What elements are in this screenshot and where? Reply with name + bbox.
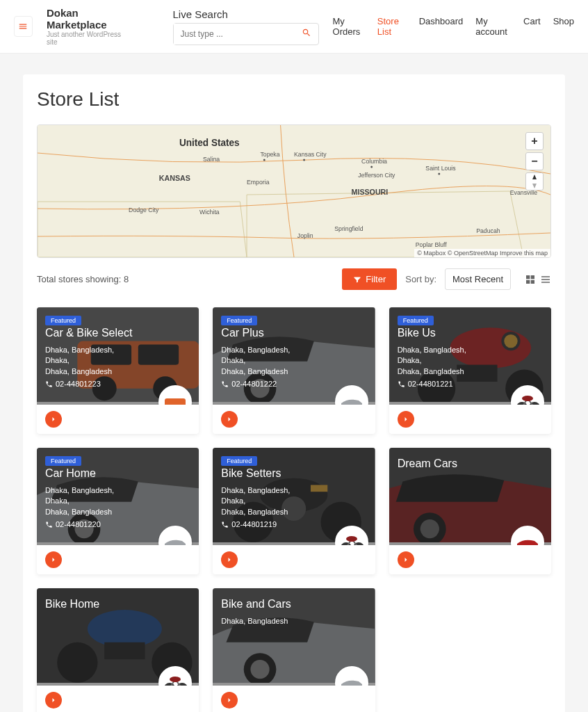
search-area: Live Search [173,8,319,45]
store-card-footer [213,545,375,574]
store-name: Car & Bike Select [45,327,190,339]
svg-text:Joplin: Joplin [297,232,313,239]
featured-badge: Featured [45,456,81,466]
store-card-footer [389,545,551,574]
store-card-footer [213,405,375,434]
grid-view-icon[interactable] [525,274,536,285]
featured-badge: Featured [221,316,257,325]
main-container: Store List United States KANSAS MISSOURI… [23,74,565,712]
svg-text:Emporia: Emporia [247,179,270,186]
filter-label: Filter [366,274,386,284]
menu-toggle-button[interactable] [14,16,33,37]
page-title: Store List [37,88,551,111]
store-banner[interactable]: Bike and Cars Dhaka, Bangladesh [213,588,375,686]
store-banner[interactable]: Dream Cars [389,448,551,545]
svg-text:Paducah: Paducah [476,227,500,234]
map-zoom-in-button[interactable]: + [525,132,544,150]
store-banner[interactable]: Featured Car Home Dhaka, Bangladesh,Dhak… [37,448,199,545]
store-banner[interactable]: Featured Bike Us Dhaka, Bangladesh,Dhaka… [389,307,551,405]
map[interactable]: United States KANSAS MISSOURI Topeka Kan… [38,125,550,257]
svg-point-71 [170,677,181,682]
store-card: Featured Bike Us Dhaka, Bangladesh,Dhaka… [389,307,551,434]
store-visit-button[interactable] [398,551,414,568]
svg-text:Springfield: Springfield [334,225,363,232]
nav-link-store-list[interactable]: Store List [377,16,407,37]
sort-value: Most Recent [452,274,503,284]
store-visit-button[interactable] [221,411,238,428]
svg-text:Salina: Salina [203,156,220,163]
search-button[interactable] [295,24,318,44]
store-visit-button[interactable] [221,692,238,709]
nav-link-shop[interactable]: Shop [553,16,574,37]
svg-rect-0 [38,125,550,257]
svg-point-44 [522,396,533,401]
svg-text:Topeka: Topeka [260,151,279,158]
store-visit-button[interactable] [398,411,414,428]
nav: My OrdersStore ListDashboardMy accountCa… [333,16,574,37]
store-card: Featured Bike Setters Dhaka, Bangladesh,… [213,448,375,574]
arrow-right-icon [49,696,58,704]
store-banner[interactable]: Featured Car Plus Dhaka, Bangladesh,Dhak… [213,307,375,405]
sort-label: Sort by: [405,274,436,284]
svg-point-20 [438,173,440,175]
arrow-right-icon [225,696,234,704]
store-card-footer [389,405,551,434]
svg-text:Wichita: Wichita [199,209,220,216]
store-visit-button[interactable] [45,692,62,709]
store-address: Dhaka, Bangladesh [221,616,366,626]
nav-link-my-orders[interactable]: My Orders [333,16,365,37]
store-visit-button[interactable] [45,411,62,428]
svg-text:Dodge City: Dodge City [129,207,159,213]
store-card: Featured Car & Bike Select Dhaka, Bangla… [37,307,199,434]
store-visit-button[interactable] [221,551,238,568]
store-address: Dhaka, Bangladesh,Dhaka,Dhaka, Banglades… [398,345,543,377]
svg-text:MISSOURI: MISSOURI [352,188,389,196]
total-showing: Total stores showing: 8 [37,274,129,284]
svg-point-17 [263,159,266,161]
store-banner[interactable]: Featured Car & Bike Select Dhaka, Bangla… [37,307,199,405]
svg-point-19 [370,166,373,168]
featured-badge: Featured [45,316,81,325]
arrow-right-icon [225,415,234,423]
store-card-footer [37,545,199,574]
header: Dokan Marketplace Just another WordPress… [0,0,588,54]
arrow-right-icon [225,556,234,564]
store-card: Featured Car Home Dhaka, Bangladesh,Dhak… [37,448,199,574]
svg-rect-27 [165,398,186,405]
phone-icon [45,521,53,528]
svg-text:Saint Louis: Saint Louis [425,165,456,172]
sort-select[interactable]: Most Recent [445,268,511,290]
compass-icon [526,173,543,190]
featured-badge: Featured [221,456,257,466]
map-compass-button[interactable] [525,172,544,191]
phone-icon [221,521,229,528]
search-input[interactable] [174,24,295,44]
search-icon [302,28,311,38]
hamburger-icon [18,22,28,31]
nav-link-dashboard[interactable]: Dashboard [419,16,464,37]
phone-icon [221,380,229,388]
filter-button[interactable]: Filter [342,268,397,290]
store-address: Dhaka, Bangladesh,Dhaka,Dhaka, Banglades… [45,485,190,517]
map-label-us: United States [179,138,240,148]
arrow-right-icon [49,556,58,564]
nav-link-my-account[interactable]: My account [475,16,511,37]
store-card: Bike Home [37,588,199,712]
svg-text:Jefferson City: Jefferson City [358,172,395,179]
phone-icon [45,380,53,388]
store-visit-button[interactable] [45,551,62,568]
store-grid: Featured Car & Bike Select Dhaka, Bangla… [37,307,551,712]
svg-text:KANSAS: KANSAS [159,174,190,182]
list-view-icon[interactable] [540,274,551,285]
map-zoom-out-button[interactable]: − [525,152,544,170]
store-banner[interactable]: Bike Home [37,588,199,686]
filter-icon [353,275,361,284]
store-banner[interactable]: Featured Bike Setters Dhaka, Bangladesh,… [213,448,375,545]
store-address: Dhaka, Bangladesh,Dhaka,Dhaka, Banglades… [221,485,366,517]
nav-link-cart[interactable]: Cart [523,16,541,37]
store-name: Bike and Cars [221,598,366,610]
map-wrap: United States KANSAS MISSOURI Topeka Kan… [37,124,551,258]
svg-text:Columbia: Columbia [361,158,387,165]
store-card: Dream Cars [389,448,551,574]
arrow-right-icon [402,415,410,423]
